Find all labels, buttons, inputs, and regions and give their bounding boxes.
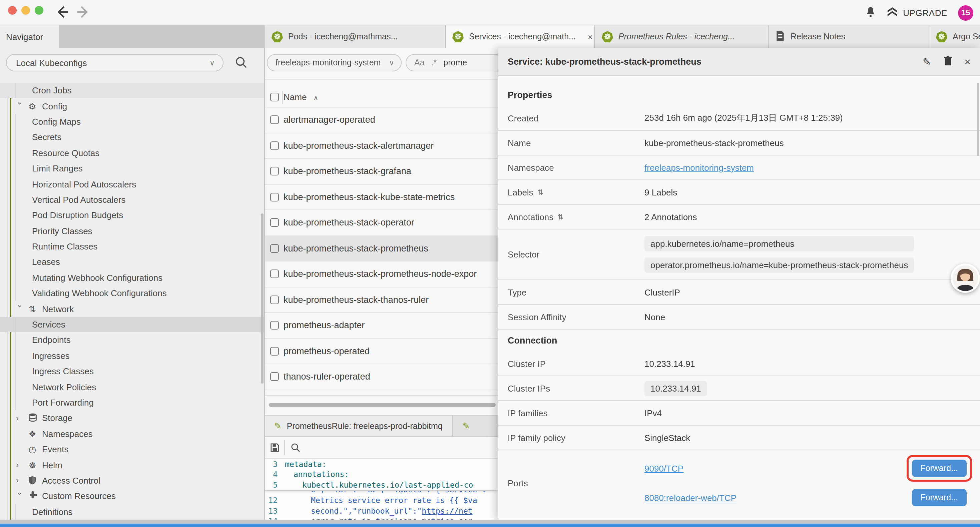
- port-link[interactable]: 9090/TCP: [644, 463, 684, 473]
- row-checkbox[interactable]: [270, 218, 279, 227]
- sidebar-item-horizontal-pod-autoscalers[interactable]: Horizontal Pod Autoscalers: [0, 177, 264, 192]
- indent-guide: [15, 270, 16, 285]
- row-checkbox[interactable]: [270, 167, 279, 176]
- indent-guide: [15, 255, 16, 270]
- sidebar-item-leases[interactable]: Leases: [0, 255, 264, 270]
- kubeconfig-select[interactable]: Local Kubeconfigs ∨: [6, 54, 223, 72]
- sidebar-item-ingresses[interactable]: Ingresses: [0, 348, 264, 363]
- chevron-expanded-icon[interactable]: ›: [15, 305, 25, 313]
- code-link[interactable]: https://net: [422, 506, 473, 516]
- sidebar-item-priority-classes[interactable]: Priority Classes: [0, 223, 264, 239]
- sort-updown-icon[interactable]: ⇅: [557, 212, 563, 221]
- sidebar-item-config-maps[interactable]: Config Maps: [0, 114, 264, 130]
- sort-updown-icon[interactable]: ⇅: [538, 188, 543, 196]
- sidebar-item-storage[interactable]: ›Storage: [0, 410, 264, 426]
- macos-minimize-button[interactable]: [21, 6, 30, 15]
- row-checkbox[interactable]: [270, 270, 279, 279]
- tab-release-notes[interactable]: Release Notes: [768, 25, 929, 48]
- sidebar-scrollbar[interactable]: [261, 213, 264, 384]
- chevron-collapsed-icon[interactable]: ›: [16, 460, 24, 470]
- sidebar-item-namespaces[interactable]: ❖Namespaces: [0, 426, 264, 442]
- save-icon[interactable]: [269, 442, 280, 455]
- sidebar-item-vertical-pod-autoscalers[interactable]: Vertical Pod Autoscalers: [0, 192, 264, 207]
- namespace-link[interactable]: freeleaps-monitoring-system: [644, 162, 754, 172]
- select-all-checkbox[interactable]: [270, 93, 279, 101]
- close-icon[interactable]: ×: [964, 56, 970, 68]
- sidebar-item-pod-disruption-budgets[interactable]: Pod Disruption Budgets: [0, 207, 264, 223]
- sidebar-item-network[interactable]: ›⇅Network: [0, 301, 264, 317]
- sidebar-item-services[interactable]: Services: [0, 317, 264, 333]
- row-checkbox[interactable]: [270, 244, 279, 253]
- macos-close-button[interactable]: [8, 6, 17, 15]
- sidebar-item-endpoints[interactable]: Endpoints: [0, 333, 264, 348]
- sidebar-item-port-forwarding[interactable]: Port Forwarding: [0, 395, 264, 411]
- tab-argo-se[interactable]: ☸Argo Se: [929, 25, 980, 48]
- row-checkbox[interactable]: [270, 142, 279, 150]
- sidebar-item-label: Events: [42, 444, 69, 454]
- value-chip: 10.233.14.91: [644, 381, 707, 396]
- namespace-select[interactable]: freeleaps-monitoring-system ∨: [267, 54, 402, 72]
- chevron-collapsed-icon[interactable]: ›: [16, 414, 24, 423]
- sidebar-item-resource-quotas[interactable]: Resource Quotas: [0, 145, 264, 161]
- sidebar-item-definitions[interactable]: Definitions: [0, 504, 264, 520]
- sidebar-item-helm[interactable]: ›☸Helm: [0, 457, 264, 473]
- chevron-expanded-icon[interactable]: ›: [15, 492, 25, 500]
- detail-label-text: Annotations: [508, 212, 554, 222]
- indent-guide: [15, 223, 16, 239]
- sidebar-search-icon[interactable]: [235, 56, 248, 71]
- detail-scrollbar[interactable]: [977, 83, 979, 156]
- editor-tab-partial[interactable]: ✎: [453, 416, 475, 436]
- upgrade-button[interactable]: UPGRADE: [886, 6, 947, 19]
- navigator-panel-tab[interactable]: Navigator: [0, 25, 59, 48]
- sidebar-item-mutating-webhook-configurations[interactable]: Mutating Webhook Configurations: [0, 270, 264, 285]
- forward-button[interactable]: [75, 3, 92, 21]
- indent-guide: [15, 177, 16, 192]
- forward-button-wrap: Forward...: [912, 460, 967, 477]
- tab-prometheus-rules-icecheng[interactable]: ☸Prometheus Rules - icecheng...: [595, 25, 768, 48]
- notification-count-badge[interactable]: 15: [958, 5, 973, 20]
- case-sensitive-toggle[interactable]: Aa: [414, 58, 425, 67]
- delete-trash-icon[interactable]: [943, 56, 952, 68]
- tab-services-icecheng-math[interactable]: ☸Services - icecheng@math...×: [445, 25, 595, 48]
- row-checkbox[interactable]: [270, 347, 279, 355]
- user-avatar[interactable]: [951, 263, 980, 293]
- code-text: annotations:: [285, 470, 349, 479]
- sidebar-item-access-control[interactable]: ›Access Control: [0, 473, 264, 489]
- row-checkbox[interactable]: [270, 296, 279, 304]
- chevron-expanded-icon[interactable]: ›: [15, 102, 25, 110]
- regex-toggle[interactable]: .*: [431, 58, 437, 67]
- tab-pods-icecheng-mathmas[interactable]: ☸Pods - icecheng@mathmas...: [265, 25, 445, 48]
- port-link[interactable]: 8080:reloader-web/TCP: [644, 493, 737, 503]
- sidebar-item-config[interactable]: ›⚙Config: [0, 99, 264, 114]
- edit-resource-icon[interactable]: ✎: [923, 56, 931, 68]
- sidebar-item-runtime-classes[interactable]: Runtime Classes: [0, 239, 264, 255]
- row-checkbox[interactable]: [270, 321, 279, 330]
- tab-close-icon[interactable]: ×: [588, 32, 593, 42]
- detail-label-text: Selector: [508, 250, 539, 260]
- macos-zoom-button[interactable]: [35, 6, 43, 15]
- detail-row-label: Cluster IP: [498, 358, 644, 369]
- back-button[interactable]: [53, 3, 71, 21]
- sidebar-item-ingress-classes[interactable]: Ingress Classes: [0, 363, 264, 379]
- horizontal-scrollbar[interactable]: [269, 403, 496, 407]
- name-column-header[interactable]: Name∧: [283, 92, 318, 102]
- editor-search-icon[interactable]: [290, 442, 301, 455]
- row-checkbox[interactable]: [270, 373, 279, 381]
- row-checkbox[interactable]: [270, 116, 279, 124]
- sidebar-item-secrets[interactable]: Secrets: [0, 129, 264, 145]
- sidebar-item-label: Validating Webhook Configurations: [32, 288, 167, 299]
- row-checkbox[interactable]: [270, 193, 279, 201]
- sidebar-item-limit-ranges[interactable]: Limit Ranges: [0, 161, 264, 177]
- notifications-bell-icon[interactable]: [865, 6, 876, 20]
- sidebar-item-network-policies[interactable]: Network Policies: [0, 379, 264, 395]
- kubernetes-icon: ☸: [602, 31, 613, 42]
- chevron-collapsed-icon[interactable]: ›: [16, 476, 24, 485]
- sidebar-item-label: Runtime Classes: [32, 242, 98, 252]
- filter-input[interactable]: Aa .* prome: [406, 54, 506, 72]
- sidebar-item-custom-resources[interactable]: ›Custom Resources: [0, 488, 264, 504]
- editor-tab-prometheusrule[interactable]: ✎ PrometheusRule: freeleaps-prod-rabbitm…: [265, 416, 453, 436]
- forward-button[interactable]: Forward...: [912, 489, 967, 506]
- sidebar-item-events[interactable]: ◷Events: [0, 442, 264, 457]
- sidebar-item-validating-webhook-configurations[interactable]: Validating Webhook Configurations: [0, 285, 264, 301]
- sidebar-item-cron-jobs[interactable]: Cron Jobs: [0, 83, 264, 99]
